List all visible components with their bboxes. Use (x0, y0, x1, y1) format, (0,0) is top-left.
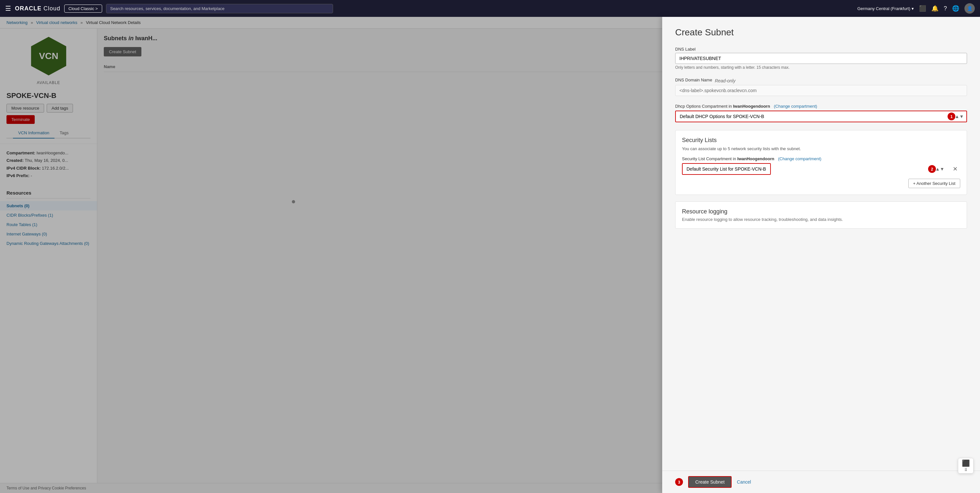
dhcp-options-select[interactable]: Default DHCP Options for SPOKE-VCN-B (675, 111, 967, 122)
avatar[interactable]: 👤 (964, 3, 975, 14)
help-float-button[interactable]: ⬛ ⠿ (958, 458, 974, 474)
cancel-button[interactable]: Cancel (737, 479, 751, 485)
resource-logging-title: Resource logging (682, 208, 960, 215)
dns-label-hint: Only letters and numbers, starting with … (675, 65, 967, 70)
security-list-compartment-label: Security List Compartment in IwanHoogend… (682, 156, 960, 161)
dhcp-options-section: Dhcp Options Compartment in IwanHoogendo… (675, 104, 967, 122)
dhcp-options-select-wrapper: Default DHCP Options for SPOKE-VCN-B ▲▼ … (675, 111, 967, 122)
resource-logging-section: Resource logging Enable resource logging… (675, 201, 967, 229)
oracle-logo: ORACLE Cloud (15, 5, 60, 12)
security-list-select[interactable]: Default Security List for SPOKE-VCN-B (682, 163, 771, 175)
drawer-content: Create Subnet DNS Label Only letters and… (662, 17, 980, 471)
security-list-change-compartment-link[interactable]: (Change compartment) (778, 156, 821, 161)
add-security-list-area: + Another Security List (682, 179, 960, 188)
security-list-arrow: ▲▼ (935, 166, 944, 172)
create-subnet-drawer: Create Subnet DNS Label Only letters and… (662, 17, 980, 492)
security-lists-description: You can associate up to 5 network securi… (682, 146, 960, 151)
dhcp-change-compartment-link[interactable]: (Change compartment) (774, 104, 817, 109)
security-lists-section: Security Lists You can associate up to 5… (675, 130, 967, 195)
hamburger-icon[interactable]: ☰ (5, 5, 11, 12)
dhcp-compartment-label: Dhcp Options Compartment in IwanHoogendo… (675, 104, 967, 109)
cloud-classic-button[interactable]: Cloud Classic > (64, 5, 102, 13)
add-security-list-button[interactable]: + Another Security List (908, 179, 960, 188)
create-subnet-footer-button[interactable]: Create Subnet (688, 476, 732, 488)
top-nav: ☰ ORACLE Cloud Cloud Classic > Germany C… (0, 0, 980, 17)
drawer-footer: 3 Create Subnet Cancel (662, 471, 980, 492)
monitor-icon[interactable]: ⬛ (919, 5, 926, 12)
nav-right: Germany Central (Frankfurt) ▾ ⬛ 🔔 ? 🌐 👤 (858, 3, 975, 14)
security-lists-title: Security Lists (682, 137, 960, 144)
dns-domain-label-row: DNS Domain Name Read-only (675, 78, 967, 84)
dns-label-input[interactable] (675, 53, 967, 64)
drawer-title: Create Subnet (675, 27, 967, 38)
dns-domain-readonly-label: Read-only (715, 78, 735, 83)
region-selector[interactable]: Germany Central (Frankfurt) ▾ (858, 6, 914, 11)
dns-label-section: DNS Label Only letters and numbers, star… (675, 47, 967, 70)
grid-icon: ⠿ (964, 468, 967, 472)
resource-logging-description: Enable resource logging to allow resourc… (682, 217, 960, 222)
security-list-step-badge: 2 (928, 165, 936, 173)
security-list-select-wrapper: Default Security List for SPOKE-VCN-B 2 … (682, 163, 948, 175)
globe-icon[interactable]: 🌐 (952, 5, 959, 12)
security-list-row: Default Security List for SPOKE-VCN-B 2 … (682, 163, 960, 175)
bell-icon[interactable]: 🔔 (931, 5, 939, 12)
dns-domain-label: DNS Domain Name (675, 78, 712, 83)
remove-security-list-button[interactable]: ✕ (950, 164, 960, 174)
question-icon[interactable]: ? (944, 5, 947, 12)
help-icon: ⬛ (962, 459, 970, 467)
dns-domain-input (675, 85, 967, 96)
search-input[interactable] (106, 4, 333, 13)
footer-step-badge: 3 (675, 478, 683, 486)
dns-label-label: DNS Label (675, 47, 967, 52)
chevron-down-icon: ▾ (912, 6, 914, 11)
dns-domain-section: DNS Domain Name Read-only (675, 78, 967, 96)
dhcp-step-badge: 1 (948, 113, 955, 120)
